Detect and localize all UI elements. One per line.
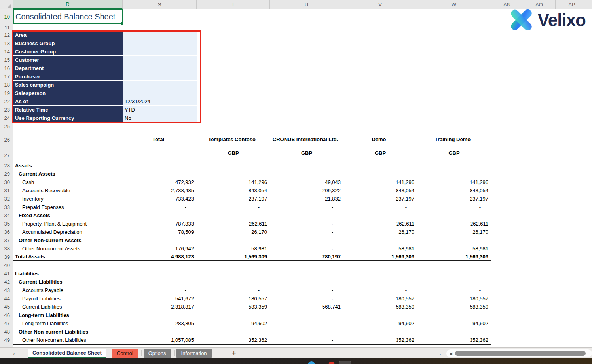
currency-header-cell[interactable] xyxy=(123,149,197,161)
amount-cell[interactable]: 237,197 xyxy=(343,195,417,203)
row-number-50[interactable]: 50 xyxy=(0,344,13,347)
row-number-44[interactable]: 44 xyxy=(0,294,13,303)
company-column-title[interactable]: CRONUS International Ltd. xyxy=(270,131,343,149)
row-number-11[interactable]: 11 xyxy=(0,24,13,31)
amount-cell[interactable]: 58,981 xyxy=(417,245,491,253)
row-number-40[interactable]: 40 xyxy=(0,261,13,269)
amount-cell[interactable] xyxy=(270,311,343,319)
amount-cell[interactable] xyxy=(343,170,417,178)
row-number-33[interactable]: 33 xyxy=(0,203,13,211)
row-number-45[interactable]: 45 xyxy=(0,303,13,311)
company-column-title[interactable]: Templates Contoso xyxy=(197,131,270,149)
row-number-37[interactable]: 37 xyxy=(0,236,13,245)
amount-cell[interactable] xyxy=(123,211,197,220)
row-number-19[interactable]: 19 xyxy=(0,89,13,97)
row-number-28[interactable]: 28 xyxy=(0,161,13,170)
taskbar-window-icon[interactable] xyxy=(339,361,351,364)
account-label-cell[interactable]: Current Liabilities xyxy=(13,303,123,311)
amount-cell[interactable]: 541,672 xyxy=(123,294,197,303)
amount-cell[interactable] xyxy=(270,211,343,220)
amount-cell[interactable]: 94,602 xyxy=(197,319,270,328)
amount-cell[interactable]: - xyxy=(123,203,197,211)
amount-cell[interactable]: 141,296 xyxy=(197,178,270,186)
row-number-29[interactable]: 29 xyxy=(0,170,13,178)
amount-cell[interactable] xyxy=(270,236,343,245)
sheet-nav-chevron[interactable]: › xyxy=(0,350,28,356)
row-number-32[interactable]: 32 xyxy=(0,195,13,203)
amount-cell[interactable]: 26,170 xyxy=(417,228,491,236)
row-number-42[interactable]: 42 xyxy=(0,278,13,286)
company-column-title[interactable]: Demo xyxy=(343,131,417,149)
amount-cell[interactable]: 237,197 xyxy=(197,195,270,203)
account-label-cell[interactable]: Fixed Assets xyxy=(13,211,123,220)
row-number-47[interactable]: 47 xyxy=(0,319,13,328)
amount-cell[interactable] xyxy=(343,328,417,336)
filter-value-cell[interactable] xyxy=(123,39,197,47)
amount-cell[interactable]: - xyxy=(270,336,343,344)
amount-cell[interactable]: - xyxy=(270,319,343,328)
amount-cell[interactable] xyxy=(123,328,197,336)
scrollbar-thumb[interactable] xyxy=(455,351,586,356)
filter-label-cell[interactable]: Use Reporting Currency xyxy=(13,114,123,122)
filter-label-cell[interactable]: Department xyxy=(13,64,123,72)
amount-cell[interactable]: 283,805 xyxy=(123,319,197,328)
account-label-cell[interactable]: Payroll Liabilities xyxy=(13,294,123,303)
scroll-left-icon[interactable]: ◀ xyxy=(446,351,455,356)
currency-header-cell[interactable]: GBP xyxy=(197,149,270,161)
amount-cell[interactable] xyxy=(197,170,270,178)
amount-cell[interactable] xyxy=(343,236,417,245)
horizontal-scrollbar[interactable]: ◀ xyxy=(446,349,592,357)
row-number-14[interactable]: 14 xyxy=(0,47,13,56)
amount-cell[interactable] xyxy=(343,278,417,286)
amount-cell[interactable]: 262,611 xyxy=(197,220,270,228)
amount-cell[interactable] xyxy=(123,269,197,278)
account-label-cell[interactable]: Cash xyxy=(13,178,123,186)
amount-cell[interactable] xyxy=(270,328,343,336)
amount-cell[interactable] xyxy=(417,211,491,220)
account-label-cell[interactable]: Other Non-current Assets xyxy=(13,245,123,253)
amount-cell[interactable]: - xyxy=(417,286,491,294)
filter-value-cell[interactable] xyxy=(123,31,197,39)
amount-cell[interactable] xyxy=(123,161,197,170)
row-number-34[interactable]: 34 xyxy=(0,211,13,220)
filter-value-cell[interactable] xyxy=(123,56,197,64)
amount-cell[interactable]: 352,362 xyxy=(343,336,417,344)
row-number-18[interactable]: 18 xyxy=(0,81,13,89)
amount-cell[interactable]: 237,197 xyxy=(417,195,491,203)
account-label-cell[interactable]: Other Non-current Liabilities xyxy=(13,328,123,336)
amount-cell[interactable]: 26,170 xyxy=(343,228,417,236)
amount-cell[interactable]: 568,741 xyxy=(270,345,343,347)
amount-cell[interactable]: 2,318,817 xyxy=(123,303,197,311)
row-number-39[interactable]: 39 xyxy=(0,253,13,261)
amount-cell[interactable] xyxy=(197,236,270,245)
currency-header-cell[interactable]: GBP xyxy=(343,149,417,161)
amount-cell[interactable]: 94,602 xyxy=(343,319,417,328)
account-label-cell[interactable]: Prepaid Expenses xyxy=(13,203,123,211)
amount-cell[interactable]: 583,359 xyxy=(417,303,491,311)
amount-cell[interactable]: 583,359 xyxy=(343,303,417,311)
column-header-S[interactable]: S xyxy=(123,0,197,9)
amount-cell[interactable] xyxy=(417,328,491,336)
amount-cell[interactable] xyxy=(123,278,197,286)
account-label-cell[interactable]: Inventory xyxy=(13,195,123,203)
row-number-17[interactable]: 17 xyxy=(0,72,13,81)
amount-cell[interactable] xyxy=(270,170,343,178)
company-column-title[interactable]: Total xyxy=(123,131,197,149)
row-number-48[interactable]: 48 xyxy=(0,328,13,336)
row-number-35[interactable]: 35 xyxy=(0,220,13,228)
currency-header-cell[interactable]: GBP xyxy=(417,149,491,161)
amount-cell[interactable]: 58,981 xyxy=(197,245,270,253)
amount-cell[interactable]: 2,738,485 xyxy=(123,186,197,195)
column-header-V[interactable]: V xyxy=(343,0,417,9)
amount-cell[interactable]: 568,741 xyxy=(270,303,343,311)
amount-cell[interactable] xyxy=(123,236,197,245)
amount-cell[interactable] xyxy=(123,311,197,319)
row-number-43[interactable]: 43 xyxy=(0,286,13,294)
amount-cell[interactable]: 733,423 xyxy=(123,195,197,203)
filter-value-cell[interactable] xyxy=(123,81,197,89)
amount-cell[interactable]: 1,057,085 xyxy=(123,336,197,344)
row-number-10[interactable]: 10 xyxy=(0,9,13,24)
account-label-cell[interactable]: Liabilities xyxy=(13,269,123,278)
amount-cell[interactable]: 262,611 xyxy=(417,220,491,228)
amount-cell[interactable]: 1,210,878 xyxy=(343,345,417,347)
